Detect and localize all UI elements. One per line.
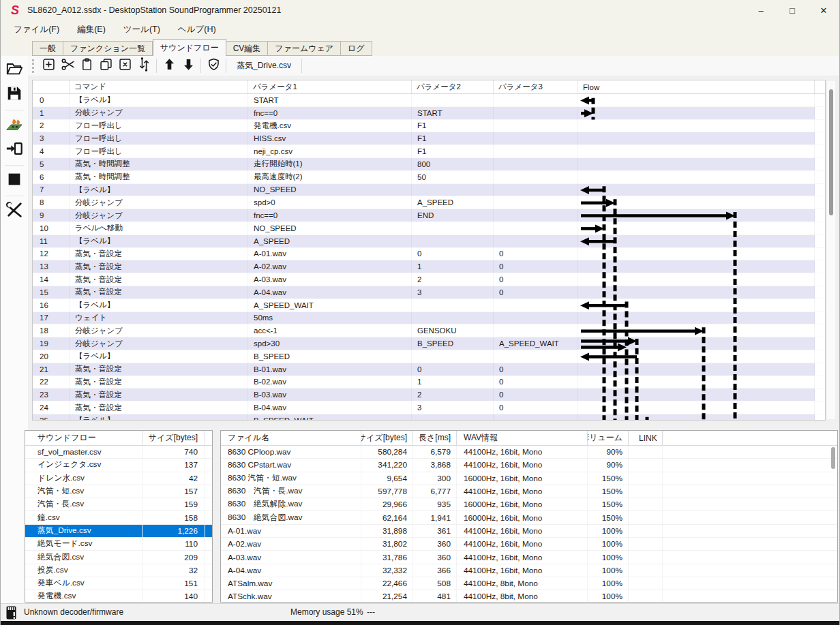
column-header-flow[interactable]: Flow	[578, 80, 815, 93]
menu-item-1[interactable]: 編集(E)	[68, 20, 115, 39]
sound-flow-row[interactable]: 発電機.csv140	[25, 590, 212, 603]
sound-flow-row[interactable]: 蒸気_Drive.csv1,226	[25, 525, 212, 538]
flow-table-row[interactable]: 5蒸気・時間調整走行開始時(1)800	[33, 158, 825, 171]
flow-table-row[interactable]: 21蒸気・音設定B-01.wav00	[33, 363, 825, 376]
flow-table-row[interactable]: 7【ラベル】NO_SPEED	[33, 184, 825, 197]
wav-file-row[interactable]: 8630 CPloop.wav580,2846,57944100Hz, 16bi…	[221, 446, 837, 459]
close-button[interactable]: ✕	[808, 0, 839, 20]
flow-table-row[interactable]: 10ラベルへ移動NO_SPEED	[33, 222, 825, 235]
swap-button[interactable]	[134, 57, 153, 75]
flow-table-row[interactable]: 19分岐ジャンプspd>30B_SPEEDA_SPEED_WAIT	[33, 337, 825, 350]
flow-table-row[interactable]: 20【ラベル】B_SPEED	[33, 350, 825, 363]
column-header-wav-info[interactable]: WAV情報	[457, 431, 588, 445]
wav-file-row[interactable]: ATSchk.wav21,25448144100Hz, 8bit, Mono10…	[221, 590, 837, 603]
tab-1[interactable]: ファンクション一覧	[63, 41, 153, 56]
column-header-filename[interactable]: ファイル名	[221, 431, 361, 445]
sound-flow-row[interactable]: 鐘.csv158	[25, 511, 212, 524]
menu-item-2[interactable]: ツール(T)	[115, 20, 169, 39]
save-file-button[interactable]	[3, 85, 25, 105]
tab-2[interactable]: サウンドフロー	[153, 39, 226, 56]
wav-file-row[interactable]: 8630 絶気解除.wav29,96693516000Hz, 16bit, Mo…	[221, 498, 837, 511]
tab-0[interactable]: 一般	[32, 41, 63, 56]
sound-flow-row[interactable]: ドレン水.csv42	[25, 472, 212, 485]
write-decoder-button[interactable]	[3, 115, 25, 136]
flow-table-row[interactable]: 6蒸気・時間調整最高速度時(2)50	[33, 171, 825, 184]
flow-table-row[interactable]: 8分岐ジャンプspd>0A_SPEED	[33, 196, 825, 209]
flow-table-row[interactable]: 1分岐ジャンプfnc==0START	[33, 107, 825, 120]
stop-button[interactable]	[3, 170, 25, 191]
flow-table-row[interactable]: 0【ラベル】START	[33, 94, 825, 107]
flow-table-row[interactable]: 24蒸気・音設定B-04.wav30	[33, 401, 825, 414]
sound-flow-row[interactable]: 発車ベル.csv151	[25, 577, 212, 590]
column-header-link[interactable]: LINK	[629, 431, 663, 445]
cell-spacer	[205, 590, 212, 603]
flow-table-row[interactable]: 17ウェイト50ms	[33, 312, 825, 325]
flow-table-row[interactable]: 4フロー呼出しneji_cp.csvF1	[33, 145, 825, 158]
sound-flow-row[interactable]: 汽笛・長.csv159	[25, 498, 212, 511]
tab-5[interactable]: ログ	[341, 41, 372, 56]
import-button[interactable]	[3, 140, 25, 160]
flow-table-row[interactable]: 18分岐ジャンプacc<-1GENSOKU	[33, 324, 825, 337]
wav-file-row[interactable]: 8630 絶気合図.wav62,1641,94116000Hz, 16bit, …	[221, 511, 837, 524]
column-header-param2[interactable]: パラメータ2	[412, 80, 494, 93]
tab-4[interactable]: ファームウェア	[268, 41, 341, 56]
column-header-param1[interactable]: パラメータ1	[248, 80, 412, 93]
sound-flow-row[interactable]: 投炭.csv32	[25, 564, 212, 577]
wav-file-row[interactable]: A-02.wav31,80236044100Hz, 16bit, Mono100…	[221, 538, 837, 551]
sound-flow-row[interactable]: 絶気合図.csv209	[25, 551, 212, 564]
cell-flow-size: 151	[142, 577, 205, 590]
toolbar-grip[interactable]	[32, 59, 34, 73]
paste-button[interactable]	[77, 57, 96, 75]
flow-table-row[interactable]: 22蒸気・音設定B-02.wav10	[33, 376, 825, 389]
column-header-size-bytes[interactable]: サイズ[bytes]	[361, 431, 413, 445]
menu-item-3[interactable]: ヘルプ(H)	[169, 20, 225, 39]
cut-button[interactable]	[58, 57, 77, 75]
open-file-button[interactable]	[3, 60, 25, 80]
column-header-size[interactable]: サイズ[bytes]	[142, 431, 205, 445]
maximize-button[interactable]: □	[777, 0, 808, 20]
sound-flow-row[interactable]: 汽笛・短.csv157	[25, 485, 212, 498]
column-header-length-ms[interactable]: 長さ[ms]	[413, 431, 457, 445]
cell-spacer	[205, 538, 212, 550]
flow-table-row[interactable]: 15蒸気・音設定A-04.wav30	[33, 286, 825, 299]
flow-table-row[interactable]: 23蒸気・音設定B-03.wav20	[33, 388, 825, 401]
wav-file-table-scrollbar-thumb[interactable]	[831, 447, 835, 469]
flow-table-row[interactable]: 13蒸気・音設定A-02.wav10	[33, 260, 825, 273]
move-down-button[interactable]	[179, 57, 198, 75]
tools-button[interactable]	[3, 201, 25, 222]
sound-flow-row[interactable]: 絶気モード.csv110	[25, 538, 212, 551]
copy-button[interactable]	[96, 57, 115, 75]
column-header-index[interactable]	[33, 80, 70, 93]
sound-flow-row[interactable]: インジェクタ.csv137	[25, 459, 212, 472]
flow-table-scrollbar[interactable]	[827, 81, 835, 419]
column-header-command[interactable]: コマンド	[70, 80, 248, 93]
wav-file-row[interactable]: 8630 汽笛・短.wav9,65430016000Hz, 16bit, Mon…	[221, 472, 837, 485]
flow-table-row[interactable]: 11【ラベル】A_SPEED	[33, 235, 825, 248]
flow-table-row[interactable]: 14蒸気・音設定A-03.wav20	[33, 273, 825, 286]
verify-button[interactable]	[204, 57, 223, 75]
flow-table-row[interactable]: 25【ラベル】B_SPEED_WAIT	[33, 414, 825, 420]
column-header-soundflow[interactable]: サウンドフロー	[25, 431, 142, 445]
wav-file-row[interactable]: ATSalm.wav22,46650844100Hz, 8bit, Mono10…	[221, 577, 837, 590]
flow-table-row[interactable]: 16【ラベル】A_SPEED_WAIT	[33, 299, 825, 312]
column-header-volume[interactable]: ボリューム	[588, 431, 629, 445]
add-button[interactable]	[39, 57, 58, 75]
wav-file-row[interactable]: A-03.wav31,78636044100Hz, 16bit, Mono100…	[221, 551, 837, 564]
flow-table-row[interactable]: 9分岐ジャンプfnc==0END	[33, 209, 825, 222]
wav-file-row[interactable]: 8630 CPstart.wav341,2203,86844100Hz, 16b…	[221, 459, 837, 472]
menu-item-0[interactable]: ファイル(F)	[5, 20, 68, 39]
flow-table-row[interactable]: 2フロー呼出し発電機.csvF1	[33, 120, 825, 133]
column-header-param3[interactable]: パラメータ3	[494, 80, 578, 93]
move-up-button[interactable]	[160, 57, 179, 75]
cell-param3	[494, 222, 578, 234]
flow-table-row[interactable]: 12蒸気・音設定A-01.wav00	[33, 248, 825, 261]
minimize-button[interactable]: –	[745, 0, 777, 20]
wav-file-row[interactable]: A-01.wav31,89836144100Hz, 16bit, Mono100…	[221, 525, 837, 538]
flow-table-scrollbar-thumb[interactable]	[829, 89, 833, 215]
delete-button[interactable]	[115, 57, 134, 75]
tab-3[interactable]: CV編集	[226, 41, 269, 56]
wav-file-row[interactable]: A-04.wav32,33236644100Hz, 16bit, Mono100…	[221, 564, 837, 577]
flow-table-row[interactable]: 3フロー呼出しHISS.csvF1	[33, 132, 825, 145]
wav-file-row[interactable]: 8630 汽笛・長.wav597,7786,77744100Hz, 16bit,…	[221, 485, 837, 498]
sound-flow-row[interactable]: sf_vol_master.csv740	[25, 446, 212, 459]
